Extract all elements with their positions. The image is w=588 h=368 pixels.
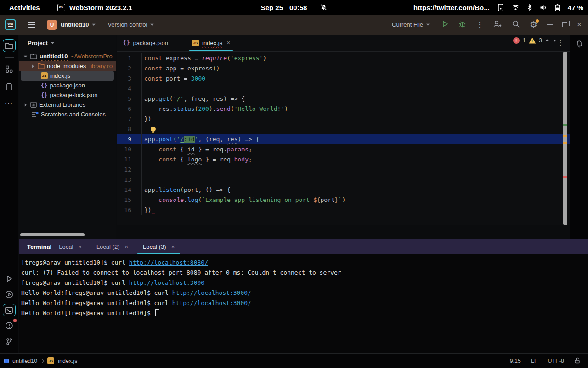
tab-index-js[interactable]: JS index.js × (186, 34, 237, 51)
more-tool-windows-button[interactable]: ··· (5, 99, 13, 107)
chevron-down-icon (150, 23, 154, 26)
chevron-down-icon (23, 55, 28, 58)
code-line-16[interactable]: 16})_ (117, 205, 570, 215)
tree-item-package-json[interactable]: {} package.json (19, 80, 116, 90)
inspections-widget[interactable]: ! 1 ! 3 (513, 37, 557, 44)
breadcrumb[interactable]: untitled10 JS index.js (4, 357, 78, 364)
run-tool-button[interactable] (3, 272, 16, 285)
line-number: 5 (117, 94, 131, 104)
code-line-9[interactable]: 9app.post('/:id', (req, res) => { (117, 134, 570, 144)
terminal-tab-local[interactable]: Local × (51, 239, 89, 254)
line-separator[interactable]: LF (531, 358, 538, 364)
tree-item-label: package-lock.json (50, 92, 97, 98)
code-line-11[interactable]: 11 const { logo } = req.body; (117, 155, 570, 165)
vcs-widget[interactable]: Version control (107, 21, 154, 28)
notifications-button[interactable] (575, 40, 583, 239)
code-line-1[interactable]: 1const express = require('express') (117, 53, 570, 63)
focused-app-menu[interactable]: WS WebStorm 2023.2.1 (57, 4, 132, 12)
project-tool-button[interactable] (3, 39, 16, 52)
minimize-button[interactable] (547, 24, 553, 25)
tree-item-index-js[interactable]: JS index.js (21, 71, 114, 80)
bookmarks-tool-button[interactable] (3, 80, 16, 93)
clock-button[interactable]: Sep 25 00:58 (261, 4, 307, 12)
vcs-label: Version control (107, 21, 147, 28)
terminal-tab-label: Local (59, 243, 73, 250)
code-line-3[interactable]: 3const port = 3000 (117, 74, 570, 84)
code-with-me-button[interactable] (493, 20, 502, 29)
problems-tool-button[interactable] (3, 319, 16, 332)
git-tool-button[interactable] (3, 335, 16, 348)
code-lines: 1const express = require('express')2cons… (117, 52, 570, 225)
system-bar: Activities WS WebStorm 2023.2.1 Sep 25 0… (0, 0, 588, 15)
editor-area: {} package.json JS index.js × ⋮ 1const e… (117, 34, 570, 225)
tab-package-json[interactable]: {} package.json (117, 34, 175, 51)
close-tab-icon[interactable]: × (171, 243, 175, 250)
terminal-title[interactable]: Terminal (27, 243, 51, 250)
tree-item-package-lock-json[interactable]: {} package-lock.json (19, 90, 116, 100)
services-tool-button[interactable] (3, 288, 16, 301)
code-line-13[interactable]: 13 (117, 175, 570, 185)
stripe-mark-red (563, 176, 567, 178)
terminal-link[interactable]: http://localhost:3000/ (172, 289, 251, 296)
terminal-cursor (155, 309, 159, 316)
previous-problem-button[interactable] (545, 39, 549, 42)
next-problem-button[interactable] (553, 39, 557, 42)
read-only-toggle-icon[interactable] (574, 357, 581, 365)
tree-item-untitled10[interactable]: untitled10 ~/WebstormPro (19, 52, 116, 61)
tree-item-scratches[interactable]: Scratches and Consoles (19, 109, 116, 119)
breadcrumb-project[interactable]: untitled10 (12, 358, 37, 364)
terminal-line-5: Hello World![tregs@arav untitled10]$ cur… (21, 298, 588, 308)
code-line-10[interactable]: 10 const { id } = req.params; (117, 144, 570, 155)
horizontal-scrollbar[interactable] (20, 233, 85, 236)
file-encoding[interactable]: UTF-8 (548, 358, 564, 364)
restore-button[interactable] (562, 22, 567, 27)
terminal-tab-local-2[interactable]: Local (2) × (89, 239, 136, 254)
project-icon (4, 359, 9, 363)
chevron-right-icon (24, 103, 27, 107)
url-indicator[interactable]: https://twitter.com/Bo... (413, 4, 490, 12)
quickfix-bulb-icon[interactable] (151, 126, 156, 132)
more-actions-button[interactable]: ⋮ (476, 20, 483, 29)
close-tab-icon[interactable]: × (226, 39, 230, 46)
code-line-5[interactable]: 5app.get('/', (req, res) => { (117, 94, 570, 104)
code-line-8[interactable]: 8 (117, 124, 570, 134)
tab-label: index.js (202, 40, 222, 46)
right-tool-bar (570, 34, 588, 239)
terminal-tab-label: Local (3) (143, 243, 166, 250)
terminal-tab-local-3[interactable]: Local (3) × (136, 239, 182, 254)
code-line-15[interactable]: 15 console.log(`Example app listening on… (117, 195, 570, 205)
close-tab-icon[interactable]: × (78, 243, 82, 250)
terminal-link[interactable]: http://localhost:3000 (129, 279, 204, 286)
code-line-4[interactable]: 4 (117, 84, 570, 94)
debug-button[interactable] (458, 20, 466, 29)
settings-button[interactable]: ⚙ (530, 20, 537, 29)
terminal-link[interactable]: http://localhost:3000/ (172, 299, 251, 306)
commit-tool-button[interactable] (3, 63, 16, 75)
main-menu-button[interactable] (28, 22, 35, 27)
code-line-2[interactable]: 2const app = express() (117, 63, 570, 74)
project-avatar[interactable]: U (47, 20, 57, 30)
tree-item-node-modules[interactable]: node_modules library ro (19, 61, 116, 71)
run-button[interactable] (441, 20, 449, 29)
code-line-12[interactable]: 12 (117, 165, 570, 175)
stripe-mark-orange (563, 142, 567, 144)
close-tab-icon[interactable]: × (124, 243, 128, 250)
run-configuration-selector[interactable]: Current File (392, 21, 430, 28)
project-selector[interactable]: untitled10 (61, 21, 89, 28)
terminal-tool-button[interactable] (3, 304, 16, 316)
terminal-link[interactable]: http://localhost:8080/ (129, 259, 208, 266)
breadcrumb-file[interactable]: index.js (58, 358, 77, 364)
code-line-14[interactable]: 14app.listen(port, () => { (117, 185, 570, 195)
tab-options-button[interactable]: ⋮ (557, 39, 564, 47)
close-button[interactable]: × (577, 21, 582, 29)
project-panel-header[interactable]: Project (19, 34, 116, 52)
tree-item-external-libraries[interactable]: External Libraries (19, 100, 116, 109)
code-line-7[interactable]: 7}) (117, 114, 570, 124)
editor-scrollbar[interactable] (563, 52, 567, 225)
code-line-6[interactable]: 6 res.status(200).send('Hello World!') (117, 104, 570, 114)
caret-position[interactable]: 9:15 (510, 358, 521, 364)
activities-button[interactable]: Activities (9, 4, 40, 12)
terminal-output[interactable]: [tregs@arav untitled10]$ curl http://loc… (19, 254, 588, 318)
chevron-down-icon (51, 42, 55, 45)
search-everywhere-button[interactable] (512, 20, 520, 29)
